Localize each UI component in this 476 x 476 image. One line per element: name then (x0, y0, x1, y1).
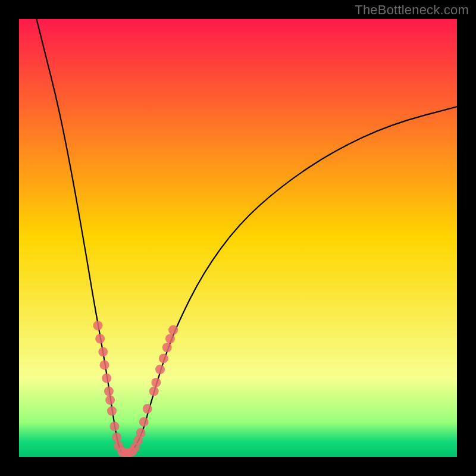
svg-point-3 (95, 334, 105, 343)
svg-point-23 (151, 378, 161, 387)
svg-point-4 (98, 347, 108, 356)
svg-point-24 (155, 365, 165, 374)
plot-background (19, 19, 457, 457)
svg-point-20 (139, 417, 149, 427)
svg-point-2 (93, 321, 102, 330)
svg-point-25 (159, 353, 168, 363)
svg-point-7 (104, 387, 114, 396)
bottleneck-chart (0, 0, 476, 476)
chart-container: TheBottleneck.com (0, 0, 476, 476)
svg-point-26 (162, 343, 172, 352)
svg-point-21 (143, 404, 152, 414)
svg-point-6 (102, 374, 111, 383)
svg-point-11 (112, 433, 121, 442)
svg-point-5 (100, 360, 109, 369)
svg-point-28 (168, 325, 178, 335)
svg-point-27 (165, 334, 175, 343)
svg-point-19 (136, 428, 146, 438)
svg-point-9 (107, 406, 117, 416)
svg-point-8 (105, 395, 115, 405)
watermark-label: TheBottleneck.com (355, 2, 469, 18)
svg-point-22 (149, 387, 159, 396)
svg-point-10 (109, 421, 119, 431)
